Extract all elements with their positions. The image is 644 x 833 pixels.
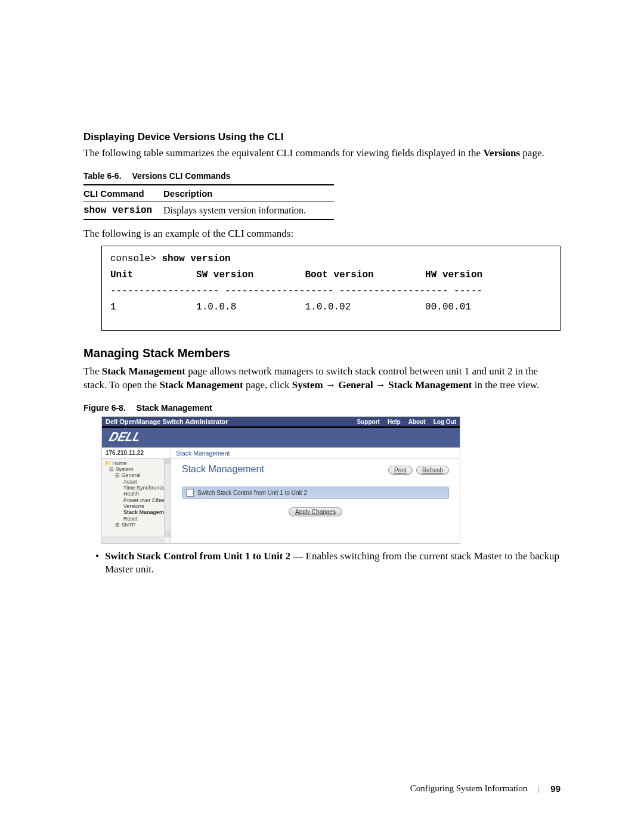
cli-val: 1 bbox=[110, 302, 116, 312]
switch-control-checkbox[interactable] bbox=[186, 489, 194, 497]
app-title: Dell OpenManage Switch Administrator bbox=[106, 418, 228, 425]
table-header: Description bbox=[163, 185, 334, 202]
text-bold: Stack Management bbox=[159, 379, 243, 391]
logo-bar: DELL bbox=[102, 428, 460, 447]
footer-chapter: Configuring System Information bbox=[410, 784, 528, 794]
switch-control-label: Switch Stack Control from Unit 1 to Unit… bbox=[197, 490, 307, 496]
tree-items: 📁 Home ⊟ System ⊟ General Asset Time Syn… bbox=[102, 459, 171, 528]
tree-item-home[interactable]: 📁 Home bbox=[104, 460, 169, 466]
page-footer: Configuring System Information | 99 bbox=[410, 784, 561, 794]
arrow: → bbox=[373, 379, 389, 391]
cli-output-block: console> show version Unit SW version Bo… bbox=[101, 246, 561, 331]
logout-link[interactable]: Log Out bbox=[434, 419, 456, 425]
apply-changes-button[interactable]: Apply Changes bbox=[289, 507, 342, 516]
para-example: The following is an example of the CLI c… bbox=[83, 227, 561, 241]
table-header-row: CLI Command Description bbox=[83, 185, 334, 202]
cli-commands-table: CLI Command Description show version Dis… bbox=[83, 184, 334, 220]
about-link[interactable]: About bbox=[408, 419, 426, 425]
bullet-item: • Switch Stack Control from Unit 1 to Un… bbox=[95, 550, 561, 577]
heading-stack: Managing Stack Members bbox=[83, 346, 561, 360]
heading-cli: Displaying Device Versions Using the CLI bbox=[83, 131, 561, 143]
para-stack: The Stack Management page allows network… bbox=[83, 365, 561, 392]
text-bold: Stack Management bbox=[102, 366, 185, 377]
tree-item-health[interactable]: Health bbox=[104, 491, 169, 497]
text-bold: General bbox=[338, 379, 373, 391]
help-link[interactable]: Help bbox=[388, 419, 401, 425]
refresh-button[interactable]: Refresh bbox=[416, 466, 449, 475]
text-bold: Versions bbox=[483, 147, 520, 159]
support-link[interactable]: Support bbox=[357, 419, 380, 425]
tree-item-versions[interactable]: Versions bbox=[104, 503, 169, 509]
tree-item-stack-management[interactable]: Stack Managem bbox=[104, 509, 169, 515]
page-number: 99 bbox=[550, 784, 561, 794]
cli-val: 1.0.0.8 bbox=[196, 302, 236, 312]
text-bold: Stack Management bbox=[388, 379, 472, 391]
text: in the tree view. bbox=[472, 379, 540, 391]
header-links: Support Help About Log Out bbox=[351, 418, 456, 425]
cli-dashes: ------------------- ------------------- … bbox=[110, 286, 482, 296]
text: page, click bbox=[243, 379, 292, 391]
main-panel: Stack Management Stack Management Print … bbox=[171, 448, 460, 543]
bullet-marker: • bbox=[95, 550, 105, 577]
cli-col: Boot version bbox=[305, 270, 373, 280]
page-title: Stack Management bbox=[182, 464, 264, 475]
arrow: → bbox=[323, 379, 339, 391]
cli-description-cell: Displays system version information. bbox=[163, 202, 334, 219]
caption-number: Table 6-6. bbox=[83, 171, 122, 181]
tree-item-general[interactable]: ⊟ General bbox=[104, 472, 169, 478]
caption-title: Stack Management bbox=[137, 403, 212, 413]
cli-val: 1.0.0.02 bbox=[305, 302, 351, 312]
breadcrumb: Stack Management bbox=[171, 448, 460, 459]
device-ip: 176.210.11.22 bbox=[102, 448, 171, 459]
table-header: CLI Command bbox=[83, 185, 163, 202]
print-button[interactable]: Print bbox=[388, 466, 413, 475]
text: The following table summarizes the equiv… bbox=[83, 147, 483, 159]
tree-item-timesync[interactable]: Time Synchroniza bbox=[104, 485, 169, 491]
cli-col: HW version bbox=[425, 270, 482, 280]
footer-separator: | bbox=[538, 784, 540, 794]
caption-number: Figure 6-8. bbox=[83, 403, 126, 413]
logo-text: DELL bbox=[107, 429, 143, 445]
text-bold: System bbox=[292, 379, 323, 391]
table-row: show version Displays system version inf… bbox=[83, 202, 334, 219]
scrollbar-horizontal[interactable] bbox=[102, 537, 165, 543]
scrollbar-vertical[interactable] bbox=[164, 458, 171, 537]
table-caption: Table 6-6.Versions CLI Commands bbox=[83, 171, 561, 181]
bullet-sep: — bbox=[290, 550, 306, 562]
dell-logo: DELL bbox=[108, 429, 142, 444]
figure-caption: Figure 6-8.Stack Management bbox=[83, 403, 561, 413]
cli-val: 00.00.01 bbox=[425, 302, 471, 312]
tree-item-sntp[interactable]: ⊞ SNTP bbox=[104, 522, 169, 528]
bullet-label: Switch Stack Control from Unit 1 to Unit… bbox=[105, 550, 290, 562]
text: page. bbox=[520, 147, 544, 159]
cli-typed-command: show version bbox=[162, 253, 230, 264]
tree-item-system[interactable]: ⊟ System bbox=[104, 466, 169, 472]
tree-item-poe[interactable]: Power over Ethern bbox=[104, 497, 169, 503]
figure-screenshot: Dell OpenManage Switch Administrator Sup… bbox=[101, 416, 460, 544]
cli-col: SW version bbox=[196, 270, 253, 280]
cli-command-cell: show version bbox=[83, 202, 163, 219]
para-cli-intro: The following table summarizes the equiv… bbox=[83, 147, 561, 160]
caption-title: Versions CLI Commands bbox=[132, 171, 231, 181]
tree-item-reset[interactable]: Reset bbox=[104, 516, 169, 522]
switch-control-row: Switch Stack Control from Unit 1 to Unit… bbox=[182, 487, 449, 499]
cli-col: Unit bbox=[110, 270, 133, 280]
tree-item-asset[interactable]: Asset bbox=[104, 479, 169, 485]
nav-tree[interactable]: 176.210.11.22 📁 Home ⊟ System ⊟ General … bbox=[102, 448, 171, 543]
cli-prompt: console> bbox=[110, 253, 162, 264]
text: The bbox=[83, 366, 102, 377]
app-titlebar: Dell OpenManage Switch Administrator Sup… bbox=[102, 417, 460, 428]
